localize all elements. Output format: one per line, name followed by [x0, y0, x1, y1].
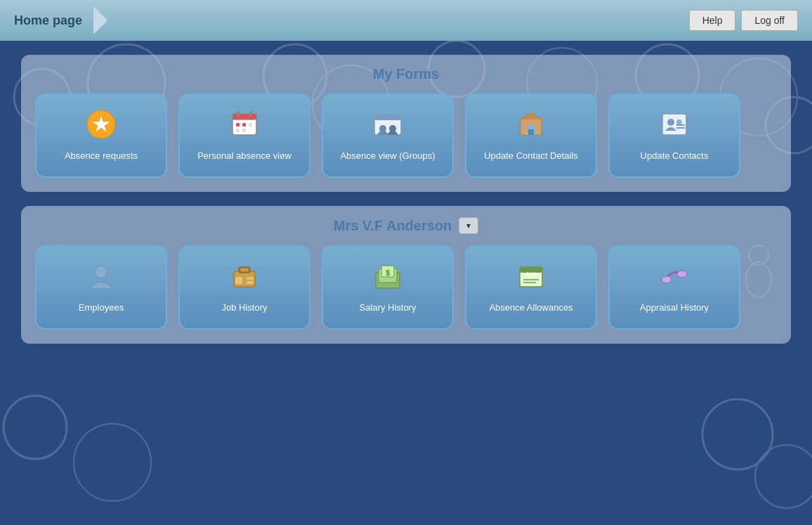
header-buttons: Help Log off [689, 10, 798, 31]
card-salary-history[interactable]: $Salary History [322, 245, 454, 330]
svg-rect-24 [236, 123, 240, 127]
employees-icon [86, 261, 116, 295]
card-update-contacts[interactable]: Update Contacts [608, 93, 740, 178]
update-contact-details-icon [516, 110, 546, 143]
svg-rect-44 [235, 277, 242, 284]
svg-rect-45 [247, 277, 254, 280]
svg-point-40 [95, 266, 107, 278]
svg-text:$: $ [386, 269, 390, 277]
svg-rect-27 [236, 129, 240, 132]
help-button[interactable]: Help [689, 10, 736, 31]
card-employees[interactable]: Employees [35, 245, 167, 330]
employees-label: Employees [79, 302, 124, 314]
page-title: Home page [14, 6, 107, 34]
person-cards: EmployeesJob History$Salary History1+1Ab… [35, 245, 777, 330]
absence-view-groups-label: Absence view (Groups) [340, 150, 435, 162]
person-title: Mrs V.F Anderson [334, 218, 452, 234]
home-page-label: Home page [14, 13, 82, 28]
salary-history-icon: $ [373, 261, 402, 295]
update-contacts-label: Update Contacts [641, 150, 709, 162]
svg-rect-21 [233, 114, 256, 119]
person-section-header: Mrs V.F Anderson ▾ [35, 217, 777, 234]
person-dropdown-button[interactable]: ▾ [459, 217, 478, 234]
personal-absence-view-icon [230, 110, 259, 143]
absence-view-groups-icon [373, 110, 402, 143]
card-update-contact-details[interactable]: Update Contact Details [465, 93, 597, 178]
svg-rect-22 [237, 111, 240, 117]
personal-absence-view-label: Personal absence view [197, 150, 292, 162]
card-appraisal-history[interactable]: Appraisal History [608, 245, 740, 330]
svg-point-56 [662, 276, 672, 283]
appraisal-history-icon [660, 261, 689, 295]
svg-text:1+1: 1+1 [526, 271, 536, 277]
my-forms-title: My Forms [35, 66, 777, 82]
svg-rect-28 [242, 129, 246, 132]
my-forms-cards: Absence requestsPersonal absence viewAbs… [35, 93, 777, 178]
svg-rect-46 [247, 281, 254, 284]
absence-allowances-label: Absence Allowances [489, 302, 572, 314]
chevron-down-icon: ▾ [466, 221, 471, 231]
svg-rect-34 [528, 129, 534, 135]
header: Home page Help Log off [0, 0, 812, 41]
job-history-label: Job History [221, 302, 267, 314]
breadcrumb-arrow [93, 6, 107, 34]
svg-rect-23 [249, 111, 252, 117]
absence-requests-icon [86, 110, 116, 143]
card-personal-absence-view[interactable]: Personal absence view [178, 93, 310, 178]
appraisal-history-label: Appraisal History [640, 302, 709, 314]
card-job-history[interactable]: Job History [178, 245, 310, 330]
svg-rect-43 [241, 268, 248, 271]
update-contacts-icon [660, 110, 689, 143]
main-content: My Forms Absence requestsPersonal absenc… [0, 41, 812, 525]
logoff-button[interactable]: Log off [741, 10, 798, 31]
svg-rect-25 [242, 123, 246, 127]
card-absence-view-groups[interactable]: Absence view (Groups) [322, 93, 454, 178]
svg-point-37 [676, 119, 682, 125]
my-forms-section: My Forms Absence requestsPersonal absenc… [21, 55, 791, 192]
absence-requests-label: Absence requests [65, 150, 138, 162]
svg-point-36 [667, 119, 674, 126]
card-absence-requests[interactable]: Absence requests [35, 93, 167, 178]
update-contact-details-label: Update Contact Details [484, 150, 578, 162]
svg-rect-26 [249, 123, 252, 127]
job-history-icon [230, 261, 259, 295]
absence-allowances-icon: 1+1 [516, 261, 546, 295]
svg-rect-30 [374, 115, 401, 120]
person-section: Mrs V.F Anderson ▾ EmployeesJob History$… [21, 206, 791, 344]
card-absence-allowances[interactable]: 1+1Absence Allowances [465, 245, 597, 330]
salary-history-label: Salary History [360, 302, 417, 314]
svg-point-57 [677, 271, 687, 278]
